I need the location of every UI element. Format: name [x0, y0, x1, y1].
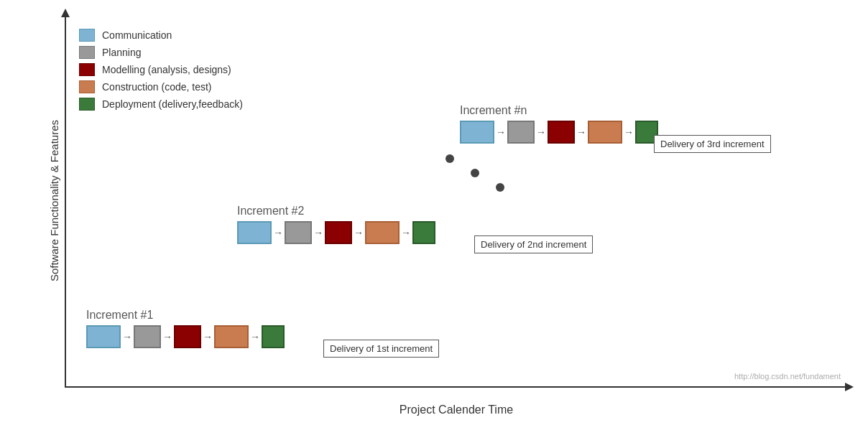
increment-1-deployment	[262, 325, 285, 348]
y-axis	[65, 14, 66, 388]
legend-color-communication	[79, 29, 95, 42]
arrow4: →	[250, 331, 260, 342]
arrow2: →	[162, 331, 172, 342]
increment-2-communication	[237, 221, 272, 244]
arrow7: →	[354, 227, 364, 238]
arrow10: →	[536, 126, 546, 138]
legend: Communication Planning Modelling (analys…	[79, 29, 243, 115]
increment-2-planning	[285, 221, 312, 244]
increment-2-deployment	[412, 221, 435, 244]
dot-3	[496, 183, 504, 192]
delivery-box-2: Delivery of 2nd increment	[474, 235, 593, 253]
watermark: http://blog.csdn.net/fundament	[734, 372, 841, 381]
legend-item-construction: Construction (code, test)	[79, 80, 243, 93]
dot-2	[471, 169, 479, 177]
delivery-box-1: Delivery of 1st increment	[323, 340, 439, 358]
increment-1-communication	[86, 325, 121, 348]
increment-2-modelling	[325, 221, 352, 244]
legend-label-modelling: Modelling (analysis, designs)	[102, 64, 231, 75]
arrow11: →	[576, 126, 586, 138]
legend-label-deployment: Deployment (delivery,feedback)	[102, 98, 243, 110]
arrow1: →	[122, 331, 132, 342]
arrow9: →	[496, 126, 506, 138]
increment-1-planning	[134, 325, 161, 348]
dot-1	[445, 154, 454, 163]
increment-2-blocks: → → → →	[237, 221, 435, 244]
increment-1-label: Increment #1	[86, 309, 285, 322]
increment-n-communication	[460, 121, 494, 144]
x-axis-label: Project Calender Time	[65, 403, 848, 416]
increment-2-construction	[365, 221, 400, 244]
legend-item-deployment: Deployment (delivery,feedback)	[79, 98, 243, 111]
increment-n-modelling	[548, 121, 575, 144]
legend-label-construction: Construction (code, test)	[102, 81, 212, 93]
legend-color-deployment	[79, 98, 95, 111]
arrow5: →	[273, 227, 283, 238]
delivery-box-n: Delivery of 3rd increment	[654, 135, 771, 153]
increment-1-group: Increment #1 → → → →	[86, 309, 285, 348]
legend-color-modelling	[79, 63, 95, 76]
increment-n-planning	[507, 121, 535, 144]
increment-n-blocks: → → → →	[460, 121, 658, 144]
legend-color-planning	[79, 46, 95, 59]
arrow12: →	[624, 126, 634, 138]
chart-area: Software Functionality & Features Projec…	[43, 14, 848, 416]
increment-n-construction	[588, 121, 622, 144]
arrow3: →	[203, 331, 213, 342]
increment-n-group: Increment #n → → → →	[460, 104, 658, 144]
legend-color-construction	[79, 80, 95, 93]
x-axis	[65, 386, 848, 388]
legend-label-planning: Planning	[102, 47, 142, 58]
increment-1-modelling	[174, 325, 201, 348]
increment-2-group: Increment #2 → → → →	[237, 205, 435, 244]
arrow8: →	[401, 227, 411, 238]
legend-label-communication: Communication	[102, 29, 172, 41]
legend-item-communication: Communication	[79, 29, 243, 42]
y-axis-label: Software Functionality & Features	[48, 120, 60, 281]
increment-n-label: Increment #n	[460, 104, 658, 117]
legend-item-planning: Planning	[79, 46, 243, 59]
arrow6: →	[313, 227, 323, 238]
increment-1-blocks: → → → →	[86, 325, 285, 348]
increment-2-label: Increment #2	[237, 205, 435, 218]
y-axis-label-wrapper: Software Functionality & Features	[43, 14, 65, 388]
legend-item-modelling: Modelling (analysis, designs)	[79, 63, 243, 76]
increment-1-construction	[214, 325, 249, 348]
